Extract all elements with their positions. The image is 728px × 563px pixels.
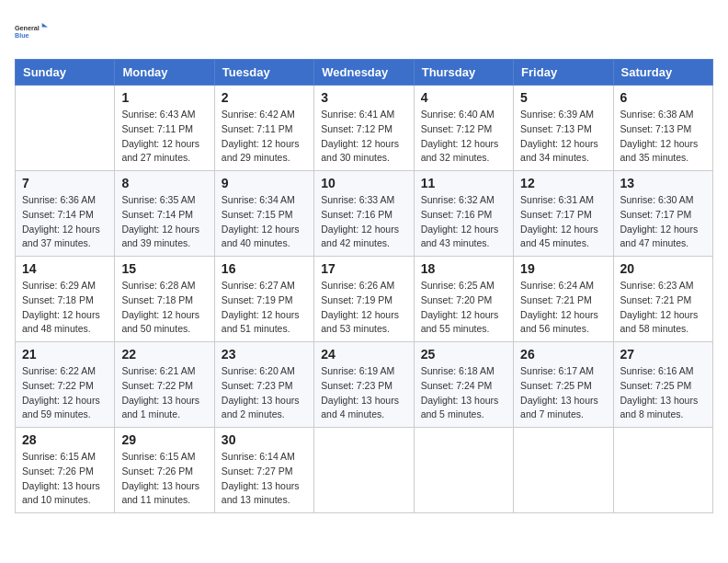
calendar-cell: 21Sunrise: 6:22 AMSunset: 7:22 PMDayligh… — [16, 342, 115, 428]
weekday-header-sunday: Sunday — [16, 60, 115, 86]
day-info: Sunrise: 6:24 AMSunset: 7:21 PMDaylight:… — [520, 279, 606, 337]
day-number: 1 — [121, 90, 207, 105]
calendar-cell: 5Sunrise: 6:39 AMSunset: 7:13 PMDaylight… — [514, 86, 613, 171]
day-info: Sunrise: 6:14 AMSunset: 7:27 PMDaylight:… — [222, 450, 307, 508]
day-number: 27 — [620, 347, 706, 362]
calendar-cell: 26Sunrise: 6:17 AMSunset: 7:25 PMDayligh… — [514, 342, 613, 428]
svg-text:General: General — [15, 24, 40, 32]
day-number: 29 — [121, 432, 207, 447]
day-info: Sunrise: 6:18 AMSunset: 7:24 PMDaylight:… — [421, 364, 506, 422]
calendar-cell — [613, 428, 712, 513]
day-number: 5 — [520, 90, 606, 105]
day-info: Sunrise: 6:33 AMSunset: 7:16 PMDaylight:… — [321, 193, 406, 251]
calendar-cell: 28Sunrise: 6:15 AMSunset: 7:26 PMDayligh… — [16, 428, 115, 513]
calendar-cell: 8Sunrise: 6:35 AMSunset: 7:14 PMDaylight… — [115, 171, 214, 257]
day-number: 20 — [620, 261, 706, 276]
day-info: Sunrise: 6:16 AMSunset: 7:25 PMDaylight:… — [620, 364, 706, 422]
weekday-header-tuesday: Tuesday — [214, 60, 313, 86]
day-info: Sunrise: 6:29 AMSunset: 7:18 PMDaylight:… — [22, 279, 108, 337]
calendar-cell: 27Sunrise: 6:16 AMSunset: 7:25 PMDayligh… — [613, 342, 712, 428]
logo: GeneralBlue — [15, 15, 48, 48]
day-number: 3 — [321, 90, 406, 105]
day-number: 14 — [22, 261, 108, 276]
day-info: Sunrise: 6:42 AMSunset: 7:11 PMDaylight:… — [222, 108, 307, 166]
day-info: Sunrise: 6:19 AMSunset: 7:23 PMDaylight:… — [321, 364, 406, 422]
day-info: Sunrise: 6:41 AMSunset: 7:12 PMDaylight:… — [321, 108, 406, 166]
day-info: Sunrise: 6:27 AMSunset: 7:19 PMDaylight:… — [222, 279, 307, 337]
day-number: 19 — [520, 261, 606, 276]
day-number: 30 — [222, 432, 307, 447]
day-info: Sunrise: 6:23 AMSunset: 7:21 PMDaylight:… — [620, 279, 706, 337]
day-number: 25 — [421, 347, 506, 362]
day-number: 28 — [22, 432, 108, 447]
calendar-cell: 18Sunrise: 6:25 AMSunset: 7:20 PMDayligh… — [414, 257, 513, 342]
calendar-cell: 2Sunrise: 6:42 AMSunset: 7:11 PMDaylight… — [214, 86, 313, 171]
day-info: Sunrise: 6:25 AMSunset: 7:20 PMDaylight:… — [421, 279, 506, 337]
day-number: 21 — [22, 347, 108, 362]
calendar-cell: 6Sunrise: 6:38 AMSunset: 7:13 PMDaylight… — [613, 86, 712, 171]
day-number: 12 — [520, 176, 606, 190]
weekday-header-friday: Friday — [514, 60, 613, 86]
calendar-cell: 4Sunrise: 6:40 AMSunset: 7:12 PMDaylight… — [414, 86, 513, 171]
day-number: 18 — [421, 261, 506, 276]
day-info: Sunrise: 6:35 AMSunset: 7:14 PMDaylight:… — [121, 193, 207, 251]
page-header: GeneralBlue — [15, 15, 713, 48]
day-number: 24 — [321, 347, 406, 362]
calendar-table: SundayMondayTuesdayWednesdayThursdayFrid… — [15, 59, 713, 513]
weekday-header-monday: Monday — [115, 60, 214, 86]
day-info: Sunrise: 6:21 AMSunset: 7:22 PMDaylight:… — [121, 364, 207, 422]
calendar-cell — [16, 86, 115, 171]
calendar-cell: 14Sunrise: 6:29 AMSunset: 7:18 PMDayligh… — [16, 257, 115, 342]
calendar-cell — [414, 428, 513, 513]
calendar-cell: 29Sunrise: 6:15 AMSunset: 7:26 PMDayligh… — [115, 428, 214, 513]
day-number: 9 — [222, 176, 307, 190]
day-info: Sunrise: 6:15 AMSunset: 7:26 PMDaylight:… — [22, 450, 108, 508]
day-info: Sunrise: 6:39 AMSunset: 7:13 PMDaylight:… — [520, 108, 606, 166]
day-info: Sunrise: 6:43 AMSunset: 7:11 PMDaylight:… — [121, 108, 207, 166]
calendar-cell: 19Sunrise: 6:24 AMSunset: 7:21 PMDayligh… — [514, 257, 613, 342]
day-number: 23 — [222, 347, 307, 362]
calendar-cell: 30Sunrise: 6:14 AMSunset: 7:27 PMDayligh… — [214, 428, 313, 513]
calendar-cell: 9Sunrise: 6:34 AMSunset: 7:15 PMDaylight… — [214, 171, 313, 257]
day-info: Sunrise: 6:32 AMSunset: 7:16 PMDaylight:… — [421, 193, 506, 251]
calendar-week-1: 1Sunrise: 6:43 AMSunset: 7:11 PMDaylight… — [16, 86, 713, 171]
day-info: Sunrise: 6:31 AMSunset: 7:17 PMDaylight:… — [520, 193, 606, 251]
day-info: Sunrise: 6:38 AMSunset: 7:13 PMDaylight:… — [620, 108, 706, 166]
day-number: 22 — [121, 347, 207, 362]
calendar-week-2: 7Sunrise: 6:36 AMSunset: 7:14 PMDaylight… — [16, 171, 713, 257]
calendar-cell — [514, 428, 613, 513]
day-info: Sunrise: 6:20 AMSunset: 7:23 PMDaylight:… — [222, 364, 307, 422]
calendar-cell: 16Sunrise: 6:27 AMSunset: 7:19 PMDayligh… — [214, 257, 313, 342]
day-info: Sunrise: 6:28 AMSunset: 7:18 PMDaylight:… — [121, 279, 207, 337]
day-info: Sunrise: 6:36 AMSunset: 7:14 PMDaylight:… — [22, 193, 108, 251]
day-info: Sunrise: 6:15 AMSunset: 7:26 PMDaylight:… — [121, 450, 207, 508]
day-number: 15 — [121, 261, 207, 276]
calendar-week-3: 14Sunrise: 6:29 AMSunset: 7:18 PMDayligh… — [16, 257, 713, 342]
weekday-header-saturday: Saturday — [613, 60, 712, 86]
svg-marker-2 — [42, 23, 48, 28]
day-number: 7 — [22, 176, 108, 190]
day-number: 13 — [620, 176, 706, 190]
calendar-cell: 22Sunrise: 6:21 AMSunset: 7:22 PMDayligh… — [115, 342, 214, 428]
calendar-cell: 17Sunrise: 6:26 AMSunset: 7:19 PMDayligh… — [314, 257, 414, 342]
calendar-cell: 24Sunrise: 6:19 AMSunset: 7:23 PMDayligh… — [314, 342, 414, 428]
calendar-cell: 15Sunrise: 6:28 AMSunset: 7:18 PMDayligh… — [115, 257, 214, 342]
calendar-cell: 12Sunrise: 6:31 AMSunset: 7:17 PMDayligh… — [514, 171, 613, 257]
calendar-cell: 23Sunrise: 6:20 AMSunset: 7:23 PMDayligh… — [214, 342, 313, 428]
calendar-cell: 10Sunrise: 6:33 AMSunset: 7:16 PMDayligh… — [314, 171, 414, 257]
logo-icon: GeneralBlue — [15, 15, 48, 48]
calendar-cell: 11Sunrise: 6:32 AMSunset: 7:16 PMDayligh… — [414, 171, 513, 257]
calendar-header-row: SundayMondayTuesdayWednesdayThursdayFrid… — [16, 60, 713, 86]
weekday-header-thursday: Thursday — [414, 60, 513, 86]
weekday-header-wednesday: Wednesday — [314, 60, 414, 86]
day-info: Sunrise: 6:30 AMSunset: 7:17 PMDaylight:… — [620, 193, 706, 251]
day-info: Sunrise: 6:26 AMSunset: 7:19 PMDaylight:… — [321, 279, 406, 337]
day-number: 11 — [421, 176, 506, 190]
day-number: 16 — [222, 261, 307, 276]
day-number: 6 — [620, 90, 706, 105]
day-number: 4 — [421, 90, 506, 105]
svg-text:Blue: Blue — [15, 31, 29, 40]
calendar-cell: 7Sunrise: 6:36 AMSunset: 7:14 PMDaylight… — [16, 171, 115, 257]
calendar-cell: 1Sunrise: 6:43 AMSunset: 7:11 PMDaylight… — [115, 86, 214, 171]
day-info: Sunrise: 6:40 AMSunset: 7:12 PMDaylight:… — [421, 108, 506, 166]
